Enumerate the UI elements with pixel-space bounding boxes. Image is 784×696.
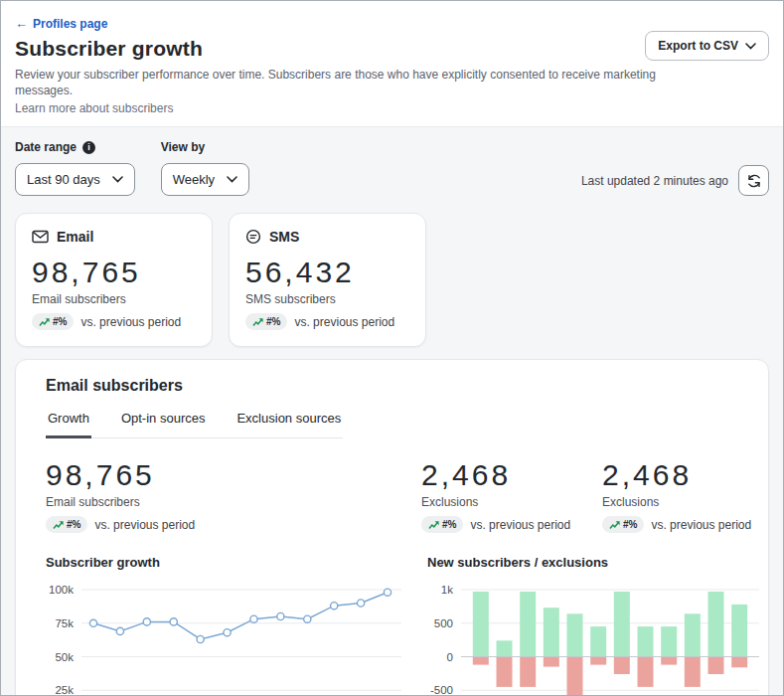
email-delta-suffix: vs. previous period	[80, 315, 181, 329]
trend-up-icon	[609, 520, 620, 530]
view-by-label: View by	[161, 140, 205, 154]
exclusions-1-delta-row: #% vs. previous period	[421, 516, 602, 533]
tab-opt-in-sources[interactable]: Opt-in sources	[119, 411, 208, 438]
sms-delta-badge: #%	[245, 313, 287, 330]
exclusions-1-delta-suffix: vs. previous period	[470, 518, 570, 532]
filter-bar: Date range i Last 90 days View by Weekly	[1, 127, 783, 210]
new-subscribers-exclusions-chart: New subscribers / exclusions 1k5000-500-…	[427, 555, 765, 696]
growth-stat: 98,765 Email subscribers #% vs. previous…	[46, 458, 421, 533]
page-header: ← Profiles page Subscriber growth Review…	[1, 1, 783, 127]
sms-subscriber-count: 56,432	[245, 256, 409, 289]
exclusions-1-delta-value: #%	[442, 519, 456, 530]
subscriber-growth-chart: Subscriber growth 100k75k50k25k0DateDate…	[46, 555, 405, 696]
email-subscriber-count: 98,765	[32, 256, 196, 289]
date-range-label-row: Date range i	[15, 140, 135, 154]
exclusions-stat-2: 2,468 Exclusions #% vs. previous period	[602, 458, 751, 533]
exclusions-1-delta-badge: #%	[421, 516, 463, 533]
export-button-label: Export to CSV	[658, 39, 738, 53]
arrow-left-icon: ←	[15, 17, 28, 30]
svg-text:25k: 25k	[55, 684, 74, 696]
chevron-down-icon	[112, 176, 123, 183]
email-delta-badge: #%	[32, 313, 74, 330]
growth-delta-suffix: vs. previous period	[94, 518, 195, 532]
email-count-label: Email subscribers	[32, 292, 196, 306]
trend-up-icon	[39, 317, 50, 327]
trend-up-icon	[252, 317, 263, 327]
last-updated-area: Last updated 2 minutes ago	[581, 165, 769, 196]
sms-count-label: SMS subscribers	[245, 292, 409, 306]
trend-up-icon	[53, 520, 64, 530]
panel-title: Email subscribers	[46, 377, 752, 395]
view-by-group: View by Weekly	[161, 140, 249, 196]
svg-text:100k: 100k	[49, 584, 74, 596]
tab-growth[interactable]: Growth	[46, 411, 91, 438]
trend-up-icon	[428, 520, 439, 530]
refresh-button[interactable]	[738, 165, 769, 196]
svg-text:1k: 1k	[441, 584, 453, 596]
sms-card-header: SMS	[245, 229, 409, 245]
email-delta-row: #% vs. previous period	[32, 313, 196, 330]
tab-exclusion-sources[interactable]: Exclusion sources	[235, 411, 343, 438]
bar-chart-area: 1k5000-500-1kDateDateDate	[427, 578, 765, 696]
exclusions-2-delta-suffix: vs. previous period	[651, 518, 751, 532]
svg-text:50k: 50k	[55, 651, 74, 663]
info-icon[interactable]: i	[82, 141, 95, 154]
exclusions-1-label: Exclusions	[421, 495, 602, 509]
email-card-header: Email	[32, 229, 196, 245]
bar-chart-title: New subscribers / exclusions	[427, 555, 765, 570]
exclusions-2-delta-badge: #%	[602, 516, 644, 533]
exclusions-stat-1: 2,468 Exclusions #% vs. previous period	[421, 458, 602, 533]
date-range-select[interactable]: Last 90 days	[15, 163, 135, 196]
exclusions-2-value: 2,468	[602, 458, 751, 492]
line-chart-svg: 100k75k50k25k0DateDateDate	[46, 578, 405, 696]
email-summary-card: Email 98,765 Email subscribers #% vs. pr…	[15, 213, 213, 347]
growth-delta-value: #%	[67, 519, 80, 530]
growth-delta-badge: #%	[46, 516, 87, 533]
sms-summary-card: SMS 56,432 SMS subscribers #% vs. previo…	[229, 213, 426, 347]
subscriber-growth-page: ← Profiles page Subscriber growth Review…	[0, 0, 784, 696]
svg-text:75k: 75k	[55, 617, 74, 629]
last-updated-text: Last updated 2 minutes ago	[581, 174, 728, 188]
exclusions-2-delta-row: #% vs. previous period	[602, 516, 751, 533]
email-subscribers-panel: Email subscribers Growth Opt-in sources …	[15, 359, 769, 696]
growth-stat-value: 98,765	[46, 458, 421, 492]
email-icon	[32, 230, 49, 244]
email-card-title: Email	[57, 229, 93, 245]
svg-text:-500: -500	[430, 684, 453, 696]
line-chart-area: 100k75k50k25k0DateDateDate	[46, 578, 405, 696]
sms-delta-suffix: vs. previous period	[294, 315, 394, 329]
back-to-profiles-link[interactable]: ← Profiles page	[15, 17, 107, 31]
exclusions-2-label: Exclusions	[602, 495, 751, 509]
growth-stat-label: Email subscribers	[46, 495, 421, 509]
page-description: Review your subscriber performance over …	[15, 68, 656, 98]
export-to-csv-button[interactable]: Export to CSV	[645, 31, 769, 61]
bar-chart-svg: 1k5000-500-1kDateDateDate	[427, 578, 765, 696]
exclusions-2-delta-value: #%	[623, 519, 637, 530]
refresh-icon	[746, 173, 762, 189]
chevron-down-icon	[745, 43, 756, 50]
view-by-value: Weekly	[173, 172, 215, 187]
svg-text:500: 500	[434, 617, 453, 629]
date-range-value: Last 90 days	[27, 172, 100, 187]
sms-delta-value: #%	[266, 316, 280, 327]
sms-delta-row: #% vs. previous period	[245, 313, 409, 330]
back-link-label: Profiles page	[33, 17, 107, 31]
date-range-group: Date range i Last 90 days	[15, 140, 135, 196]
panel-stats-row: 98,765 Email subscribers #% vs. previous…	[46, 458, 752, 533]
email-delta-value: #%	[53, 316, 67, 327]
learn-more-link[interactable]: Learn more about subscribers	[15, 101, 769, 115]
growth-stat-delta-row: #% vs. previous period	[46, 516, 421, 533]
view-by-select[interactable]: Weekly	[161, 163, 249, 196]
chevron-down-icon	[227, 176, 237, 183]
line-chart-title: Subscriber growth	[46, 555, 405, 570]
summary-cards: Email 98,765 Email subscribers #% vs. pr…	[1, 210, 783, 359]
sms-card-title: SMS	[269, 229, 299, 245]
view-by-label-row: View by	[161, 140, 249, 154]
svg-text:0: 0	[447, 651, 453, 663]
charts-row: Subscriber growth 100k75k50k25k0DateDate…	[46, 555, 752, 696]
filter-groups: Date range i Last 90 days View by Weekly	[15, 140, 249, 196]
panel-tabs: Growth Opt-in sources Exclusion sources	[46, 411, 343, 438]
date-range-label: Date range	[15, 140, 77, 154]
exclusions-1-value: 2,468	[421, 458, 602, 492]
sms-icon	[245, 229, 261, 245]
